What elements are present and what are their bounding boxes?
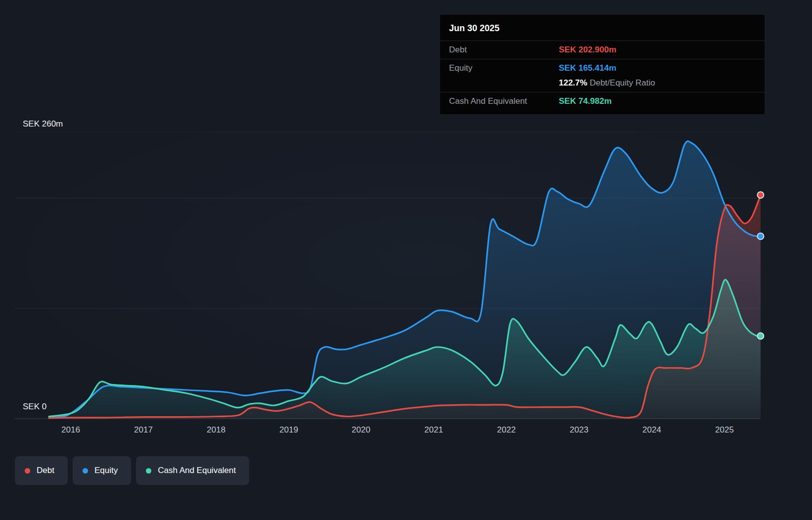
- legend-debt-label: Debt: [37, 466, 54, 476]
- y-axis-label-max: SEK 260m: [23, 119, 63, 129]
- legend-cash-label: Cash And Equivalent: [158, 466, 236, 476]
- tooltip-equity-value: SEK 165.414m: [559, 63, 616, 73]
- y-axis-label-zero: SEK 0: [23, 402, 46, 412]
- chart-panel: SEK 260m SEK 0 2016201720182019202020212…: [0, 0, 812, 520]
- tooltip-debt-label: Debt: [449, 45, 559, 55]
- tooltip-cash-value: SEK 74.982m: [559, 96, 612, 106]
- x-axis-label-2017: 2017: [134, 425, 153, 435]
- tooltip-row-cash: Cash And Equivalent SEK 74.982m: [440, 92, 765, 110]
- tooltip-equity-label: Equity: [449, 63, 559, 73]
- cash-end-marker: [758, 333, 764, 339]
- legend-equity-label: Equity: [94, 466, 118, 476]
- tooltip-ratio-caption: Debt/Equity Ratio: [589, 78, 655, 87]
- tooltip-ratio-value: 122.7% Debt/Equity Ratio: [559, 78, 655, 88]
- tooltip-ratio-number: 122.7%: [559, 78, 587, 87]
- tooltip-cash-label: Cash And Equivalent: [449, 96, 559, 106]
- tooltip-debt-value: SEK 202.900m: [559, 45, 616, 55]
- tooltip-row-equity: Equity SEK 165.414m: [440, 59, 765, 77]
- legend: Debt Equity Cash And Equivalent: [15, 456, 249, 485]
- debt-end-marker: [758, 192, 764, 198]
- x-axis-label-2020: 2020: [352, 425, 370, 435]
- legend-cash-button[interactable]: Cash And Equivalent: [136, 456, 249, 485]
- x-axis-label-2018: 2018: [207, 425, 226, 435]
- x-axis-label-2019: 2019: [279, 425, 298, 435]
- x-axis-label-2022: 2022: [497, 425, 516, 435]
- legend-equity-button[interactable]: Equity: [73, 456, 131, 485]
- x-axis-label-2023: 2023: [570, 425, 588, 435]
- x-axis-label-2025: 2025: [715, 425, 734, 435]
- tooltip: Jun 30 2025 Debt SEK 202.900m Equity SEK…: [440, 15, 765, 114]
- tooltip-row-ratio: 122.7% Debt/Equity Ratio: [440, 77, 765, 92]
- tooltip-row-debt: Debt SEK 202.900m: [440, 41, 765, 59]
- tooltip-date: Jun 30 2025: [440, 17, 765, 41]
- debt-dot-icon: [25, 468, 30, 474]
- x-axis-label-2016: 2016: [61, 425, 80, 435]
- equity-end-marker: [758, 233, 764, 240]
- cash-dot-icon: [146, 468, 151, 474]
- legend-debt-button[interactable]: Debt: [15, 456, 68, 485]
- x-axis-label-2021: 2021: [424, 425, 443, 435]
- x-axis-label-2024: 2024: [642, 425, 661, 435]
- equity-dot-icon: [83, 468, 88, 474]
